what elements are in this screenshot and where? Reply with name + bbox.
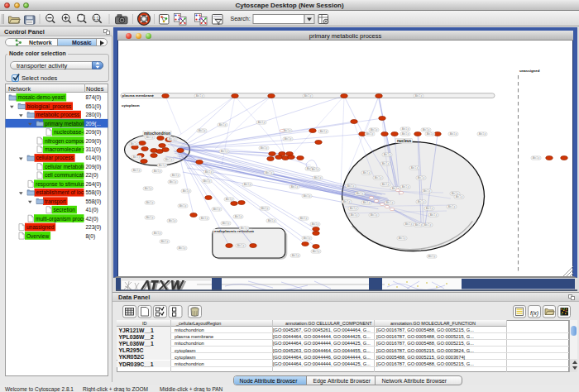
svg-text:unassigned: unassigned xyxy=(519,69,540,73)
svg-text:Abc1 p: Abc1 p xyxy=(411,166,419,170)
svg-text:Abc1 p: Abc1 p xyxy=(221,150,228,153)
svg-text:Abc1 p: Abc1 p xyxy=(300,217,308,220)
svg-text:Abc1 p: Abc1 p xyxy=(312,168,319,171)
svg-text:Abc1 p: Abc1 p xyxy=(371,213,378,217)
svg-text:Abc1 p: Abc1 p xyxy=(418,200,425,203)
svg-text:Abc1 p: Abc1 p xyxy=(428,255,436,258)
svg-text:Abc1 p: Abc1 p xyxy=(366,132,374,136)
svg-text:Abc1 p: Abc1 p xyxy=(172,174,179,177)
svg-text:cytoplasm: cytoplasm xyxy=(122,103,140,108)
svg-text:558(0): 558(0) xyxy=(86,189,102,196)
svg-text:Abc1 p: Abc1 p xyxy=(169,219,176,222)
svg-text:209(0): 209(0) xyxy=(86,138,102,145)
svg-text:Abc1 p: Abc1 p xyxy=(424,223,432,227)
svg-text:Abc1 p: Abc1 p xyxy=(244,183,251,186)
svg-text:Abc1 p: Abc1 p xyxy=(399,237,406,240)
svg-text:Abc1 p: Abc1 p xyxy=(314,176,322,179)
svg-text:Abc1 p: Abc1 p xyxy=(426,207,433,210)
svg-text:Abc1 p: Abc1 p xyxy=(170,180,177,184)
svg-text:Abc1 p: Abc1 p xyxy=(418,176,425,179)
svg-text:Abc1 p: Abc1 p xyxy=(154,170,161,173)
svg-text:Search:: Search: xyxy=(231,16,251,22)
svg-text:Abc1 p: Abc1 p xyxy=(258,121,266,124)
svg-text:874(0): 874(0) xyxy=(86,94,102,101)
svg-text:Abc1 p: Abc1 p xyxy=(165,158,173,161)
svg-text:Abc1 p: Abc1 p xyxy=(201,217,208,220)
svg-text:Abc1 p: Abc1 p xyxy=(266,171,273,174)
svg-text:Abc1 p: Abc1 p xyxy=(179,246,186,250)
svg-text:41(0): 41(0) xyxy=(86,207,98,213)
svg-text:Abc1 p: Abc1 p xyxy=(384,153,391,156)
svg-text:Abc1 p: Abc1 p xyxy=(226,198,233,201)
svg-text:Abc1 p: Abc1 p xyxy=(343,200,351,203)
svg-text:Abc1 p: Abc1 p xyxy=(415,223,423,227)
svg-text:Abc1 p: Abc1 p xyxy=(427,132,434,136)
svg-text:8(0): 8(0) xyxy=(86,233,96,240)
svg-text:Abc1 p: Abc1 p xyxy=(291,185,299,189)
svg-text:transport: transport xyxy=(45,198,66,205)
svg-text:Abc1 p: Abc1 p xyxy=(312,222,319,226)
svg-text:Abc1 p: Abc1 p xyxy=(154,232,161,235)
svg-text:Abc1 p: Abc1 p xyxy=(145,187,152,190)
svg-text:Abc1 p: Abc1 p xyxy=(261,207,269,210)
svg-text:Abc1 p: Abc1 p xyxy=(430,213,438,217)
svg-text:Abc1 p: Abc1 p xyxy=(223,222,230,225)
svg-text:209(0): 209(0) xyxy=(86,164,102,170)
svg-text:unassigned: unassigned xyxy=(26,224,55,231)
svg-text:Abc1 p: Abc1 p xyxy=(146,136,154,139)
svg-text:plasma membrane: plasma membrane xyxy=(122,93,155,98)
svg-text:Abc1 p: Abc1 p xyxy=(133,169,141,172)
svg-text:nucleobase-containing c: nucleobase-containing c xyxy=(54,129,112,136)
svg-text:Abc1 p: Abc1 p xyxy=(448,205,456,208)
svg-text:Abc1 p: Abc1 p xyxy=(205,170,213,174)
svg-text:multi-organism process: multi-organism process xyxy=(36,216,92,222)
svg-text:1:1: 1:1 xyxy=(93,17,99,21)
svg-text:264(0): 264(0) xyxy=(86,181,102,188)
svg-text:Abc1 p: Abc1 p xyxy=(456,195,463,198)
svg-text:Abc1 p: Abc1 p xyxy=(363,171,371,174)
svg-text:Abc1 p: Abc1 p xyxy=(356,192,364,195)
svg-text:Abc1 p: Abc1 p xyxy=(133,155,141,159)
svg-text:Abc1 p: Abc1 p xyxy=(285,137,292,141)
svg-text:Abc1 p: Abc1 p xyxy=(423,128,430,131)
svg-text:Abc1 p: Abc1 p xyxy=(241,227,248,230)
svg-text:Abc1 p: Abc1 p xyxy=(533,156,540,160)
svg-text:311(0): 311(0) xyxy=(86,146,101,153)
svg-text:209(0): 209(0) xyxy=(86,129,102,136)
svg-text:f(x): f(x) xyxy=(530,310,538,317)
svg-text:Abc1 p: Abc1 p xyxy=(219,123,227,127)
svg-text:Overview: Overview xyxy=(26,233,49,239)
svg-text:response to stimulus an: response to stimulus an xyxy=(36,181,93,188)
svg-text:Abc1 p: Abc1 p xyxy=(382,162,390,165)
svg-text:Abc1 p: Abc1 p xyxy=(415,94,423,98)
svg-text:mosaic-demo-yeast: mosaic-demo-yeast xyxy=(18,94,65,101)
svg-text:metabolic process: metabolic process xyxy=(36,112,80,118)
svg-text:280(0): 280(0) xyxy=(86,112,102,118)
svg-text:Abc1 p: Abc1 p xyxy=(350,207,357,210)
svg-text:Abc1 p: Abc1 p xyxy=(423,189,431,193)
svg-text:Abc1 p: Abc1 p xyxy=(375,176,382,179)
svg-text:Abc1 p: Abc1 p xyxy=(402,127,409,131)
svg-text:Abc1 p: Abc1 p xyxy=(363,201,371,204)
svg-text:cellular process: cellular process xyxy=(36,155,74,161)
svg-text:Abc1 p: Abc1 p xyxy=(183,189,190,193)
svg-text:Abc1 p: Abc1 p xyxy=(292,254,299,257)
svg-text:42(0): 42(0) xyxy=(86,216,98,222)
svg-text:Abc1 p: Abc1 p xyxy=(371,128,378,131)
svg-text:Abc1 p: Abc1 p xyxy=(304,194,311,198)
svg-text:Abc1 p: Abc1 p xyxy=(235,215,242,218)
svg-text:Abc1 p: Abc1 p xyxy=(159,164,166,167)
svg-text:651(0): 651(0) xyxy=(86,103,102,110)
svg-text:Abc1 p: Abc1 p xyxy=(213,208,221,211)
svg-text:Abc1 p: Abc1 p xyxy=(237,244,245,247)
svg-text:Abc1 p: Abc1 p xyxy=(203,179,211,183)
svg-text:223(0): 223(0) xyxy=(86,224,102,231)
svg-text:secretion: secretion xyxy=(54,207,76,213)
svg-text:209(...: 209(... xyxy=(86,121,102,127)
svg-text:Abc1 p: Abc1 p xyxy=(199,129,206,132)
svg-text:Abc1 p: Abc1 p xyxy=(382,183,390,186)
svg-text:Abc1 p: Abc1 p xyxy=(402,185,409,189)
svg-text:Abc1 p: Abc1 p xyxy=(386,201,394,204)
svg-text:Abc1 p: Abc1 p xyxy=(351,213,358,217)
svg-text:Abc1 p: Abc1 p xyxy=(304,237,311,240)
